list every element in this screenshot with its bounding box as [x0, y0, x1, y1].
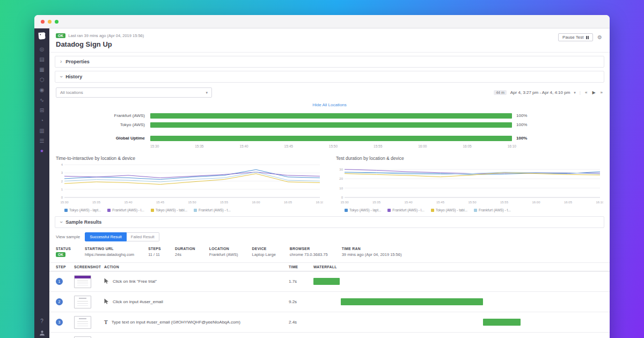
datadog-logo[interactable] [38, 32, 46, 42]
step-screenshot-cell [74, 316, 104, 329]
step-screenshot-thumbnail[interactable] [74, 296, 91, 308]
pause-test-button[interactable]: Pause Test [558, 33, 593, 41]
failed-result-button[interactable]: Failed Result [127, 232, 159, 241]
step-action-text: Type text on input #user_email (GlfOHYWl… [112, 320, 240, 325]
chevron-down-icon [58, 76, 64, 77]
waterfall-bar [341, 298, 483, 305]
dashboards-icon[interactable]: ▦ [39, 67, 44, 72]
status-badge: OK [56, 33, 65, 38]
browser-titlebar [34, 15, 610, 28]
range-back-button[interactable]: « [584, 90, 588, 95]
uptime-row: Frankfurt (AWS)100% [56, 111, 540, 120]
legend-item[interactable]: Tokyo (AWS) - lapt... [345, 208, 381, 212]
chevron-down-icon [206, 90, 208, 95]
axis-tick-label: 15:35 [195, 144, 203, 148]
step-waterfall [313, 298, 603, 305]
step-number-cell: 2 [56, 298, 74, 305]
svg-text:4: 4 [61, 163, 63, 166]
uptime-location-label: Tokyo (AWS) [56, 122, 150, 127]
svg-text:15:30: 15:30 [340, 201, 349, 204]
axis-tick-label: 16:00 [418, 144, 427, 148]
legend-item[interactable]: Tokyo (AWS) - lapt... [64, 208, 101, 212]
notebooks-icon[interactable]: ▥ [39, 128, 44, 134]
test-header: OK Last ran 39 mins ago (Apr 04, 2019 15… [49, 28, 610, 53]
metrics-icon[interactable]: ∿ [40, 98, 44, 103]
monitors-icon[interactable]: ◉ [40, 87, 45, 93]
step-screenshot-thumbnail[interactable] [74, 275, 91, 288]
synthetics-icon[interactable]: * [40, 149, 43, 156]
svg-text:30: 30 [339, 168, 343, 171]
time-range-text[interactable]: Apr 4, 3:27 pm - Apr 4, 4:10 pm [510, 90, 570, 95]
infrastructure-icon[interactable]: ⬡ [40, 77, 45, 83]
summary-label: BROWSER [290, 247, 328, 251]
legend-item[interactable]: Frankfurt (AWS) - l... [107, 208, 144, 212]
user-icon[interactable] [39, 330, 45, 337]
zoom-window-icon[interactable] [55, 20, 58, 24]
legend-swatch [64, 209, 68, 212]
legend-swatch [194, 209, 197, 212]
chevron-down-icon [58, 221, 64, 223]
last-ran-text: Last ran 39 mins ago (Apr 04, 2019 15:56… [68, 33, 144, 38]
step-row[interactable]: 3TType text on input #user_email (GlfOHY… [49, 312, 610, 333]
summary-column: DEVICELaptop Large [252, 247, 276, 257]
location-filter-select[interactable]: All locations [56, 87, 212, 98]
chevron-down-icon[interactable] [574, 90, 576, 95]
legend-item[interactable]: Frankfurt (AWS) - t... [194, 208, 231, 212]
summary-column: BROWSERchrome 73.0.3683.75 [290, 247, 328, 257]
legend-item[interactable]: Frankfurt (AWS) - l... [387, 208, 424, 212]
help-icon[interactable]: ? [40, 318, 43, 324]
legend-swatch [151, 209, 154, 212]
step-row[interactable]: 4Click on input #basic_user_name0.5s [49, 333, 610, 338]
column-header: STEP [56, 265, 74, 269]
section-history[interactable]: History [55, 71, 604, 83]
uptime-bar [150, 113, 512, 119]
axis-tick-label: 15:40 [239, 144, 248, 148]
step-screenshot-cell [74, 336, 104, 338]
logs-icon[interactable]: ☰ [40, 138, 45, 144]
svg-text:2: 2 [61, 180, 63, 183]
range-forward-button[interactable]: » [600, 90, 603, 95]
legend-swatch [431, 209, 434, 212]
step-row[interactable]: 1Click on link "Free trial"1.7s [49, 271, 610, 292]
successful-result-button[interactable]: Successful Result [85, 232, 127, 241]
legend-swatch [387, 209, 391, 212]
integrations-icon[interactable]: ⊞ [40, 108, 44, 113]
minimize-window-icon[interactable] [48, 20, 52, 24]
summary-value: https://www.datadoghq.com [85, 252, 134, 257]
section-properties[interactable]: Properties [55, 56, 604, 68]
step-number-cell: 3 [56, 319, 74, 326]
svg-text:0: 0 [61, 196, 63, 199]
legend-item[interactable]: Tokyo (AWS) - tabl... [431, 208, 467, 212]
section-sample-results[interactable]: Sample Results [55, 216, 604, 228]
close-window-icon[interactable] [41, 20, 45, 24]
duration-line-chart: 010203015:3015:3515:4015:4515:5015:5516:… [336, 162, 603, 205]
view-sample-row: View sample Successful Result Failed Res… [49, 228, 610, 245]
step-screenshot-thumbnail[interactable] [74, 336, 91, 338]
step-action-text: Click on link "Free trial" [113, 279, 157, 284]
axis-tick-label: 16:10 [508, 144, 516, 148]
watchdog-icon[interactable]: ◎ [40, 47, 45, 52]
svg-text:15:30: 15:30 [60, 201, 69, 204]
apm-icon[interactable]: ◔ [40, 118, 43, 123]
summary-column: LOCATIONFrankfurt (AWS) [209, 247, 238, 257]
uptime-bar [150, 136, 512, 141]
summary-label: DURATION [175, 247, 195, 251]
uptime-row: Global Uptime100% [56, 134, 540, 143]
column-header: TIME [289, 265, 313, 269]
summary-value: 11 / 11 [148, 252, 161, 257]
cursor-icon [104, 278, 109, 285]
step-screenshot-thumbnail[interactable] [74, 316, 91, 329]
step-row[interactable]: 2Click on input #user_email9.2s [49, 292, 610, 312]
range-play-button[interactable]: ▶ [591, 90, 596, 95]
svg-text:15:50: 15:50 [188, 201, 196, 204]
gear-icon[interactable]: ⚙ [596, 34, 603, 40]
events-icon[interactable]: ▤ [39, 57, 44, 62]
column-header: SCREENSHOT [74, 265, 104, 269]
hide-all-locations-link[interactable]: Hide All Locations [49, 102, 610, 107]
svg-text:15:55: 15:55 [500, 201, 509, 204]
legend-item[interactable]: Frankfurt (AWS) - t... [474, 208, 511, 212]
browser-window: ◎▤▦⬡◉∿⊞◔▥☰* ? OK Last ran 39 mins ago (A… [34, 15, 610, 338]
step-time: 2.4s [289, 320, 313, 325]
svg-text:16:05: 16:05 [564, 201, 573, 204]
legend-item[interactable]: Tokyo (AWS) - tabl... [151, 208, 187, 212]
